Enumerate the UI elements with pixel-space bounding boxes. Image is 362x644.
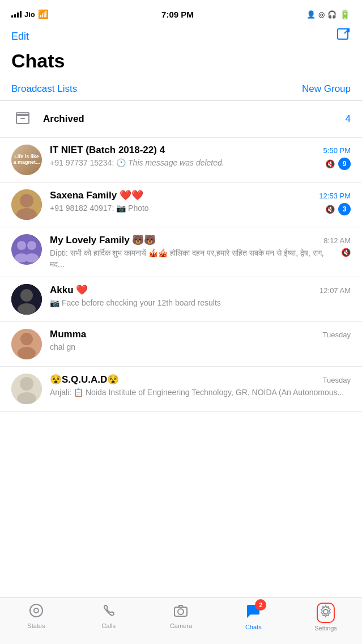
chat-preview-text: Dipti: सभी को हार्दिक शुभ कामनायें 🎪🎪 हो… [50,248,337,270]
chat-meta: 🔇 3 [325,203,351,215]
settings-icon [317,603,335,623]
chat-time: Tuesday [323,331,351,339]
chat-row[interactable]: Mumma Tuesday chal gn [0,322,362,367]
svg-point-15 [18,347,36,359]
chat-time: 12:07 AM [320,286,351,295]
unread-badge: 9 [338,158,351,170]
svg-point-7 [27,241,36,250]
signal-bar-4 [20,11,22,18]
battery-icon: 🔋 [339,9,351,20]
chat-preview: Dipti: सभी को हार्दिक शुभ कामनायें 🎪🎪 हो… [50,248,351,270]
calls-tab-label: Calls [101,622,115,629]
chat-time: 12:53 PM [319,192,351,200]
chat-meta: 🔇 9 [325,158,351,170]
circle-icon: ◎ [318,10,325,19]
chat-row[interactable]: Life is like a magnet... IT NIET (Batch … [0,138,362,183]
camera-icon [173,603,189,621]
avatar [11,329,42,359]
status-bar: Jio 📶 7:09 PM 👤 ◎ 🎧 🔋 [0,0,362,25]
tab-item-chats[interactable]: 2 Chats [217,603,289,630]
svg-point-9 [25,253,39,262]
status-bar-left: Jio 📶 [11,9,49,19]
chat-content: Akku ❤️ 12:07 AM 📷 Face before checking … [50,284,351,309]
mute-icon: 🔇 [341,248,351,257]
chat-preview: chal gn [50,342,351,353]
calls-icon [101,603,117,621]
svg-point-19 [30,604,42,617]
chat-preview: 📷 Face before checking your 12th board r… [50,298,351,309]
chat-row[interactable]: Akku ❤️ 12:07 AM 📷 Face before checking … [0,277,362,322]
chat-header: IT NIET (Batch 2018-22) 4 5:50 PM [50,145,351,156]
svg-point-20 [34,608,39,613]
signal-bar-1 [11,15,13,18]
chat-preview-text: +91 98182 40917: 📷 Photo [50,203,321,214]
compose-button[interactable] [336,27,351,45]
wifi-icon: 📶 [38,9,49,19]
svg-point-12 [18,303,36,315]
chat-name: My Lovely Family 🐻🐻 [50,234,319,246]
new-group-button[interactable]: New Group [302,83,351,95]
chats-icon: 2 [245,603,262,622]
broadcast-lists-button[interactable]: Broadcast Lists [11,83,77,95]
avatar-text: Life is like a magnet... [12,154,41,166]
chats-tab-label: Chats [245,624,262,630]
chat-header: Saxena Family ❤️❤️ 12:53 PM [50,189,351,201]
status-tab-label: Status [27,622,45,629]
page-title: Chats [0,50,362,78]
svg-rect-0 [338,29,348,39]
signal-bar-3 [17,12,19,18]
chat-content: IT NIET (Batch 2018-22) 4 5:50 PM +91 97… [50,145,351,170]
chat-row[interactable]: 😵S.Q.U.A.D😵 Tuesday Anjali: 📋 Noida Inst… [0,367,362,412]
chat-time: 5:50 PM [323,146,351,155]
chat-header: 😵S.Q.U.A.D😵 Tuesday [50,374,351,385]
chat-row[interactable]: Saxena Family ❤️❤️ 12:53 PM +91 98182 40… [0,183,362,227]
avatar [11,189,42,220]
tab-item-calls[interactable]: Calls [73,603,145,629]
tab-item-settings[interactable]: Settings [289,603,362,632]
chat-content: Saxena Family ❤️❤️ 12:53 PM +91 98182 40… [50,189,351,215]
status-icon [28,603,44,621]
chat-preview-text: 📷 Face before checking your 12th board r… [50,298,346,309]
tab-item-status[interactable]: Status [0,603,73,629]
archived-count: 4 [346,113,351,125]
action-row: Broadcast Lists New Group [0,78,362,101]
chat-preview-text: +91 97737 15234: 🕐 This message was dele… [50,158,321,169]
chat-name: IT NIET (Batch 2018-22) 4 [50,145,319,156]
avatar [11,234,42,265]
nav-bar: Edit [0,25,362,50]
chat-name: Saxena Family ❤️❤️ [50,189,314,201]
avatar [11,284,42,315]
svg-point-23 [323,609,328,614]
chat-name: 😵S.Q.U.A.D😵 [50,374,318,385]
compose-icon [336,27,351,42]
svg-point-22 [178,609,184,615]
chat-row[interactable]: My Lovely Family 🐻🐻 8:12 AM Dipti: सभी क… [0,227,362,277]
chat-preview-text: Anjali: 📋 Noida Institute of Engineering… [50,387,346,399]
edit-button[interactable]: Edit [11,31,29,43]
signal-bar-2 [14,14,16,18]
chat-header: My Lovely Family 🐻🐻 8:12 AM [50,234,351,246]
chats-badge: 2 [255,599,266,611]
svg-point-11 [20,289,33,302]
archived-row[interactable]: Archived 4 [0,101,362,138]
unread-badge: 3 [338,203,351,215]
chat-preview: +91 98182 40917: 📷 Photo 🔇 3 [50,203,351,215]
svg-point-14 [20,333,33,345]
archive-icon [11,108,34,130]
chat-meta: 🔇 [341,248,351,257]
status-bar-right: 👤 ◎ 🎧 🔋 [306,9,351,20]
tab-item-camera[interactable]: Camera [145,603,218,629]
chat-content: My Lovely Family 🐻🐻 8:12 AM Dipti: सभी क… [50,234,351,270]
chat-content: 😵S.Q.U.A.D😵 Tuesday Anjali: 📋 Noida Inst… [50,374,351,399]
chat-list: Life is like a magnet... IT NIET (Batch … [0,138,362,412]
headphone-icon: 🎧 [327,10,337,19]
tab-bar: Status Calls Camera 2 Chats [0,598,362,644]
svg-point-17 [20,377,33,391]
chat-time: Tuesday [323,376,351,384]
archived-label: Archived [43,113,337,125]
person-icon: 👤 [306,10,316,19]
chat-preview: Anjali: 📋 Noida Institute of Engineering… [50,387,351,399]
signal-bars [11,11,22,18]
svg-point-4 [16,208,37,220]
settings-tab-label: Settings [314,625,337,632]
